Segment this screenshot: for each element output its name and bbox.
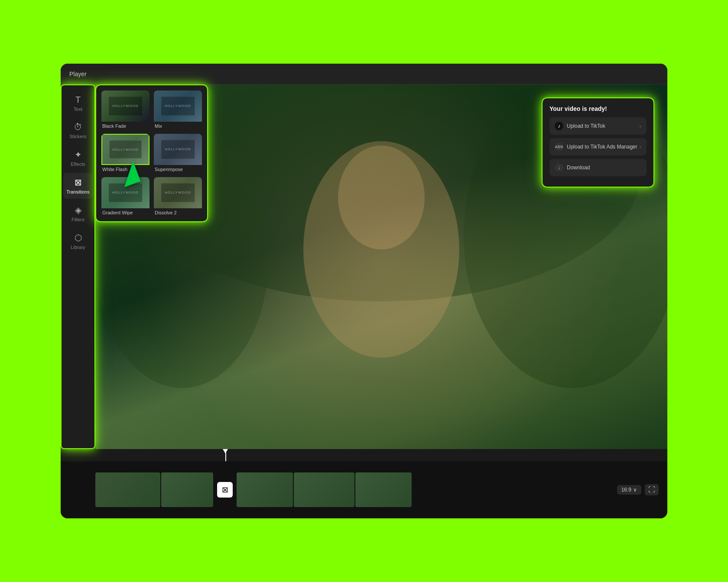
download-label: Download (567, 165, 590, 171)
transitions-icon: ⊠ (75, 177, 82, 188)
filters-icon: ◈ (75, 205, 81, 215)
transition-timeline-marker[interactable]: ⊠ (214, 472, 236, 507)
video-ready-popup: Your video is ready! ♪ Upload to TikTok … (542, 97, 654, 188)
download-icon: ↓ (555, 163, 563, 172)
sidebar-label-stickers: Stickers (69, 134, 86, 139)
popup-title: Your video is ready! (549, 105, 647, 112)
sidebar-label-text: Text (74, 107, 82, 112)
sidebar-label-library: Library (71, 245, 85, 250)
aspect-ratio-button[interactable]: 16:9 ∨ (617, 485, 641, 495)
header: Player (61, 64, 667, 84)
transition-dissolve2[interactable]: HOLLYWOOD Dissolve 2 (154, 177, 202, 216)
sidebar-label-filters: Filters (72, 217, 84, 222)
transition-black-fade[interactable]: HOLLYWOOD Black Fade (101, 91, 150, 129)
upload-tiktok-label: Upload to TikTok (567, 123, 605, 129)
app-container: Player T Text ⏱ Stickers ✦ Effects ⊠ Tra… (61, 64, 667, 518)
timeline-area: ⊠ 16:9 ∨ ⛶ (61, 449, 667, 518)
track-clip-3 (237, 472, 293, 507)
transitions-panel: HOLLYWOOD Black Fade HOLLYWOOD Mix HOLLY… (95, 84, 208, 222)
transition-superimpose[interactable]: HOLLYWOOD Superimpose (154, 134, 202, 173)
sidebar-item-filters[interactable]: ◈ Filters (63, 200, 93, 226)
stickers-icon: ⏱ (74, 122, 82, 132)
track-clip-5 (355, 472, 412, 507)
track-clip-1 (95, 472, 160, 507)
upload-tiktok-ads-button[interactable]: ADS Upload to TikTok Ads Manager › (549, 138, 647, 155)
upload-tiktok-button[interactable]: ♪ Upload to TikTok › (549, 117, 647, 135)
transition-black-fade-label: Black Fade (101, 122, 150, 129)
timeline-tracks: ⊠ 16:9 ∨ ⛶ (61, 461, 667, 518)
ruler-line (130, 455, 633, 456)
timeline-ruler (61, 449, 667, 461)
tiktok-icon: ♪ (555, 122, 563, 130)
transition-gradient-wipe-label: Gradient Wipe (101, 208, 150, 216)
track-clip-4 (294, 472, 354, 507)
tiktok-ads-icon: ADS (555, 142, 563, 151)
timeline-controls: 16:9 ∨ ⛶ (617, 484, 659, 495)
sidebar-item-stickers[interactable]: ⏱ Stickers (63, 118, 93, 143)
sidebar-label-transitions: Transitions (66, 189, 89, 194)
library-icon: ⬡ (75, 233, 82, 243)
upload-tiktok-ads-label: Upload to TikTok Ads Manager (567, 144, 637, 150)
svg-point-4 (338, 146, 425, 249)
ads-chevron-icon: › (639, 143, 641, 150)
transition-superimpose-label: Superimpose (154, 165, 202, 173)
sidebar-item-text[interactable]: T Text (63, 91, 93, 116)
fullscreen-button[interactable]: ⛶ (645, 484, 659, 495)
track-clip-2 (161, 472, 213, 507)
playhead (225, 449, 226, 461)
tiktok-chevron-icon: › (639, 123, 641, 129)
sidebar-label-effects: Effects (71, 162, 85, 167)
sidebar: T Text ⏱ Stickers ✦ Effects ⊠ Transition… (61, 84, 95, 449)
transition-marker-icon: ⊠ (222, 485, 228, 495)
sidebar-item-effects[interactable]: ✦ Effects (63, 145, 93, 171)
transition-dissolve2-label: Dissolve 2 (154, 208, 202, 216)
transition-mix-label: Mix (154, 122, 202, 129)
text-icon: T (75, 95, 81, 105)
sidebar-item-library[interactable]: ⬡ Library (63, 228, 93, 254)
transition-mix[interactable]: HOLLYWOOD Mix (154, 91, 202, 129)
download-button[interactable]: ↓ Download (549, 159, 647, 176)
sidebar-item-transitions[interactable]: ⊠ Transitions (63, 173, 93, 199)
player-title: Player (69, 71, 87, 78)
effects-icon: ✦ (75, 149, 82, 160)
